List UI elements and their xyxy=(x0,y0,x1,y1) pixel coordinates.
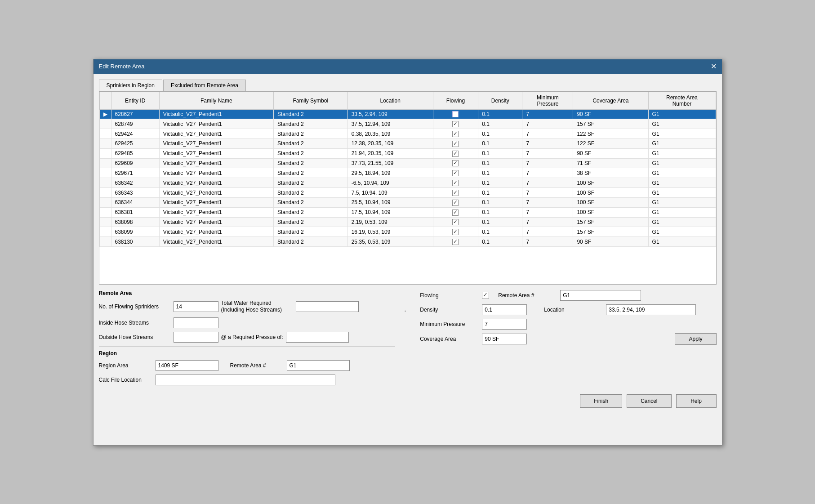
cell-flowing[interactable] xyxy=(433,207,478,217)
cell-flowing[interactable] xyxy=(433,178,478,188)
col-family-symbol: Family Symbol xyxy=(273,92,347,109)
close-button[interactable]: ✕ xyxy=(711,63,717,70)
cell-flowing[interactable] xyxy=(433,188,478,198)
flowing-checkbox[interactable] xyxy=(452,121,459,127)
flowing-checkbox[interactable] xyxy=(452,180,459,186)
table-row[interactable]: 629485Victaulic_V27_Pendent1Standard 221… xyxy=(99,148,716,158)
table-row[interactable]: 629424Victaulic_V27_Pendent1Standard 20.… xyxy=(99,129,716,139)
cell-flowing[interactable] xyxy=(433,109,478,119)
density-detail-input[interactable] xyxy=(482,304,527,315)
cell-remote-area-number: G1 xyxy=(648,188,716,198)
flowing-checkbox[interactable] xyxy=(452,239,459,245)
flowing-checkbox[interactable] xyxy=(452,151,459,157)
region-section-label: Region xyxy=(99,350,395,357)
calc-file-input[interactable] xyxy=(156,375,335,385)
col-density: Density xyxy=(478,92,522,109)
cell-location: 12.38, 20.35, 109 xyxy=(347,138,433,148)
table-row[interactable]: 629609Victaulic_V27_Pendent1Standard 237… xyxy=(99,158,716,168)
remote-area-section-label: Remote Area xyxy=(99,290,395,296)
cell-family-symbol: Standard 2 xyxy=(273,207,347,217)
cell-entity-id: 638098 xyxy=(111,217,159,227)
remote-area-number-detail-input[interactable] xyxy=(560,290,641,301)
cell-flowing[interactable] xyxy=(433,148,478,158)
cell-flowing[interactable] xyxy=(433,129,478,139)
cell-family-symbol: Standard 2 xyxy=(273,158,347,168)
flowing-checkbox[interactable] xyxy=(452,219,459,225)
cell-flowing[interactable] xyxy=(433,227,478,237)
col-location: Location xyxy=(347,92,433,109)
cell-remote-area-number: G1 xyxy=(648,148,716,158)
apply-button[interactable]: Apply xyxy=(675,333,716,345)
cell-remote-area-number: G1 xyxy=(648,168,716,178)
row-indicator xyxy=(99,188,111,198)
region-remote-area-number-input[interactable] xyxy=(287,360,350,371)
table-row[interactable]: 636381Victaulic_V27_Pendent1Standard 217… xyxy=(99,207,716,217)
table-row[interactable]: 636342Victaulic_V27_Pendent1Standard 2-6… xyxy=(99,178,716,188)
flowing-checkbox[interactable] xyxy=(452,190,459,196)
flowing-checkbox[interactable] xyxy=(452,170,459,176)
flowing-checkbox[interactable] xyxy=(452,111,459,117)
cell-family-name: Victaulic_V27_Pendent1 xyxy=(159,178,273,188)
no-flowing-input[interactable] xyxy=(174,301,218,312)
cell-entity-id: 629425 xyxy=(111,138,159,148)
table-row[interactable]: 636344Victaulic_V27_Pendent1Standard 225… xyxy=(99,197,716,207)
help-button[interactable]: Help xyxy=(676,394,717,408)
cell-family-symbol: Standard 2 xyxy=(273,119,347,129)
table-row[interactable]: 629425Victaulic_V27_Pendent1Standard 212… xyxy=(99,138,716,148)
outside-hose-input[interactable] xyxy=(174,332,218,343)
row-indicator xyxy=(99,217,111,227)
total-water-input[interactable] xyxy=(296,301,359,312)
tab-sprinklers-in-region[interactable]: Sprinklers in Region xyxy=(99,80,162,91)
cell-flowing[interactable] xyxy=(433,197,478,207)
cell-flowing[interactable] xyxy=(433,217,478,227)
cell-flowing[interactable] xyxy=(433,168,478,178)
cell-entity-id: 636342 xyxy=(111,178,159,188)
cell-entity-id: 629485 xyxy=(111,148,159,158)
flowing-checkbox[interactable] xyxy=(452,200,459,206)
cell-coverage-area: 90 SF xyxy=(573,237,648,247)
flowing-checkbox[interactable] xyxy=(452,160,459,166)
table-row[interactable]: ▶628627Victaulic_V27_Pendent1Standard 23… xyxy=(99,109,716,119)
cell-family-symbol: Standard 2 xyxy=(273,109,347,119)
cell-remote-area-number: G1 xyxy=(648,217,716,227)
cell-remote-area-number: G1 xyxy=(648,109,716,119)
inside-hose-input[interactable] xyxy=(174,317,218,328)
cell-family-symbol: Standard 2 xyxy=(273,237,347,247)
table-row[interactable]: 638098Victaulic_V27_Pendent1Standard 22.… xyxy=(99,217,716,227)
cell-coverage-area: 38 SF xyxy=(573,168,648,178)
cell-entity-id: 638130 xyxy=(111,237,159,247)
table-row[interactable]: 636343Victaulic_V27_Pendent1Standard 27.… xyxy=(99,188,716,198)
location-detail-input[interactable] xyxy=(606,304,696,315)
region-area-input[interactable] xyxy=(156,360,218,371)
cell-flowing[interactable] xyxy=(433,138,478,148)
cell-remote-area-number: G1 xyxy=(648,178,716,188)
cell-flowing[interactable] xyxy=(433,119,478,129)
cell-min-pressure: 7 xyxy=(522,217,573,227)
finish-button[interactable]: Finish xyxy=(580,394,622,408)
min-pressure-detail-input[interactable] xyxy=(482,319,527,330)
table-row[interactable]: 628749Victaulic_V27_Pendent1Standard 237… xyxy=(99,119,716,129)
flowing-checkbox[interactable] xyxy=(482,292,489,299)
table-row[interactable]: 638130Victaulic_V27_Pendent1Standard 225… xyxy=(99,237,716,247)
row-indicator xyxy=(99,158,111,168)
coverage-area-detail-input[interactable] xyxy=(482,334,527,344)
tab-excluded-from-remote-area[interactable]: Excluded from Remote Area xyxy=(163,80,246,91)
footer-buttons: Finish Cancel Help xyxy=(99,394,717,408)
flowing-checkbox[interactable] xyxy=(452,210,459,216)
dialog-body: Sprinklers in Region Excluded from Remot… xyxy=(94,74,722,445)
cell-family-name: Victaulic_V27_Pendent1 xyxy=(159,188,273,198)
row-indicator xyxy=(99,119,111,129)
flowing-checkbox[interactable] xyxy=(452,229,459,235)
flowing-checkbox[interactable] xyxy=(452,131,459,137)
at-required-pressure-input[interactable] xyxy=(286,332,349,343)
cell-entity-id: 629424 xyxy=(111,129,159,139)
sprinklers-table-container: Entity ID Family Name Family Symbol Loca… xyxy=(99,91,717,285)
cancel-button[interactable]: Cancel xyxy=(627,394,671,408)
flowing-checkbox[interactable] xyxy=(452,141,459,147)
cell-flowing[interactable] xyxy=(433,158,478,168)
table-row[interactable]: 638099Victaulic_V27_Pendent1Standard 216… xyxy=(99,227,716,237)
table-row[interactable]: 629671Victaulic_V27_Pendent1Standard 229… xyxy=(99,168,716,178)
cell-location: 17.5, 10.94, 109 xyxy=(347,207,433,217)
cell-location: 16.19, 0.53, 109 xyxy=(347,227,433,237)
cell-flowing[interactable] xyxy=(433,237,478,247)
